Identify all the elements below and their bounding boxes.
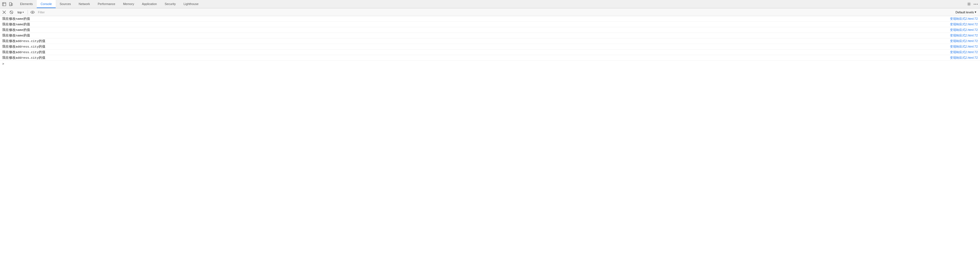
tab-performance[interactable]: Performance xyxy=(94,0,119,8)
console-source-link[interactable]: 变现响应式2.html:72 xyxy=(950,33,978,38)
svg-rect-4 xyxy=(12,3,13,6)
console-row-inner: 我在修改name的值 变现响应式2.html:72 xyxy=(0,22,980,27)
console-prompt: > xyxy=(2,62,4,66)
tab-lighthouse[interactable]: Lighthouse xyxy=(180,0,202,8)
console-source-link[interactable]: 变现响应式2.html:72 xyxy=(950,50,978,54)
tab-sources[interactable]: Sources xyxy=(56,0,75,8)
tab-network[interactable]: Network xyxy=(75,0,94,8)
svg-rect-3 xyxy=(10,3,11,6)
console-row: 我在修改name的值 变现响应式2.html:72 xyxy=(0,33,980,38)
toolbar-divider xyxy=(27,10,28,14)
tab-security[interactable]: Security xyxy=(161,0,180,8)
console-row: 我在修改address.city的值 变现响应式2.html:72 xyxy=(0,55,980,60)
more-tools-button[interactable] xyxy=(972,1,979,8)
tab-icon-group xyxy=(1,1,14,7)
console-message: 我在修改address.city的值 xyxy=(2,56,948,60)
console-message: 我在修改address.city的值 xyxy=(2,50,948,54)
ban-icon-button[interactable] xyxy=(8,9,14,15)
console-input-row: > xyxy=(0,60,980,67)
tab-elements[interactable]: Elements xyxy=(16,0,37,8)
main-tabs: Elements Console Sources Network Perform… xyxy=(16,0,202,8)
default-levels-chevron: ▾ xyxy=(975,10,976,14)
svg-point-7 xyxy=(974,4,974,5)
console-output: 我在修改name的值 变现响应式2.html:72 我在修改name的值 变现响… xyxy=(0,16,980,280)
svg-point-9 xyxy=(977,4,977,5)
console-row: 我在修改address.city的值 变现响应式2.html:72 xyxy=(0,38,980,44)
console-row-inner: 我在修改address.city的值 变现响应式2.html:72 xyxy=(0,50,980,54)
inspect-element-button[interactable] xyxy=(1,1,7,7)
context-chevron: ▾ xyxy=(22,11,24,14)
console-row: 我在修改address.city的值 变现响应式2.html:72 xyxy=(0,44,980,49)
devtools-panel: Elements Console Sources Network Perform… xyxy=(0,0,980,280)
console-message: 我在修改address.city的值 xyxy=(2,39,948,43)
tabs-bar: Elements Console Sources Network Perform… xyxy=(0,0,980,8)
console-row: 我在修改name的值 变现响应式2.html:72 xyxy=(0,16,980,22)
settings-button[interactable] xyxy=(966,1,972,8)
svg-point-14 xyxy=(32,12,33,13)
console-row: 我在修改name的值 变现响应式2.html:72 xyxy=(0,27,980,33)
console-message: 我在修改address.city的值 xyxy=(2,45,948,49)
clear-console-button[interactable] xyxy=(1,9,7,15)
svg-point-8 xyxy=(975,4,976,5)
console-row-inner: 我在修改address.city的值 变现响应式2.html:72 xyxy=(0,56,980,60)
svg-line-13 xyxy=(10,11,13,13)
filter-input[interactable] xyxy=(37,10,952,15)
tab-memory[interactable]: Memory xyxy=(119,0,138,8)
default-levels-button[interactable]: Default levels ▾ xyxy=(953,9,979,15)
console-message: 我在修改name的值 xyxy=(2,28,948,32)
live-expressions-button[interactable] xyxy=(30,9,36,15)
console-row-inner: 我在修改name的值 变现响应式2.html:72 xyxy=(0,28,980,32)
console-row-inner: 我在修改name的值 变现响应式2.html:72 xyxy=(0,33,980,38)
console-row: 我在修改address.city的值 变现响应式2.html:72 xyxy=(0,49,980,55)
console-message: 我在修改name的值 xyxy=(2,17,948,21)
console-source-link[interactable]: 变现响应式2.html:72 xyxy=(950,45,978,49)
console-row-inner: 我在修改name的值 变现响应式2.html:72 xyxy=(0,17,980,21)
context-label: top xyxy=(18,11,22,14)
tab-application[interactable]: Application xyxy=(138,0,161,8)
console-message: 我在修改name的值 xyxy=(2,22,948,27)
svg-point-6 xyxy=(968,3,970,5)
console-source-link[interactable]: 变现响应式2.html:72 xyxy=(950,39,978,43)
console-source-link[interactable]: 变现响应式2.html:72 xyxy=(950,56,978,60)
console-input[interactable] xyxy=(6,62,978,66)
console-message: 我在修改name的值 xyxy=(2,33,948,38)
tab-console[interactable]: Console xyxy=(37,0,56,8)
console-row: 我在修改name的值 变现响应式2.html:72 xyxy=(0,22,980,27)
device-toggle-button[interactable] xyxy=(8,1,14,7)
default-levels-label: Default levels xyxy=(956,11,974,14)
context-selector[interactable]: top ▾ xyxy=(16,9,26,15)
console-source-link[interactable]: 变现响应式2.html:72 xyxy=(950,17,978,21)
tabs-right xyxy=(966,1,979,8)
console-source-link[interactable]: 变现响应式2.html:72 xyxy=(950,28,978,32)
console-toolbar: top ▾ Default levels ▾ xyxy=(0,8,980,16)
console-row-inner: 我在修改address.city的值 变现响应式2.html:72 xyxy=(0,39,980,43)
svg-rect-0 xyxy=(3,3,6,6)
console-source-link[interactable]: 变现响应式2.html:72 xyxy=(950,22,978,27)
console-row-inner: 我在修改address.city的值 变现响应式2.html:72 xyxy=(0,45,980,49)
